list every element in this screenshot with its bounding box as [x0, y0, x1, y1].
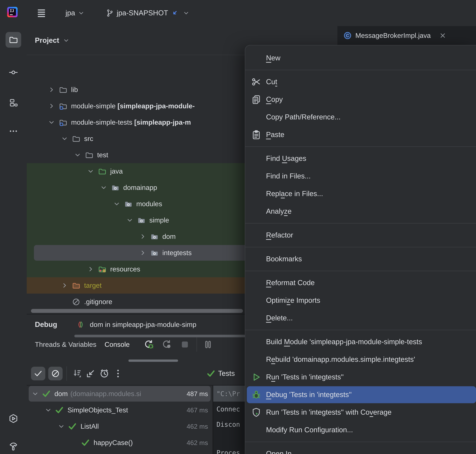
menu-item-find-usages[interactable]: Find Usages [245, 150, 476, 167]
excluded-folder-icon [72, 281, 81, 290]
tests-status-badge: Tests [206, 362, 235, 385]
menu-item-run-tests-in-integtests-with-coverage[interactable]: Run 'Tests in 'integtests'' with Coverag… [245, 404, 476, 421]
menu-item-bookmarks[interactable]: Bookmarks [245, 250, 476, 268]
tool-commit-button[interactable] [6, 65, 21, 80]
menu-item-cut[interactable]: Cut [245, 73, 476, 91]
editor-tab[interactable]: C MessageBrokerImpl.java [343, 26, 447, 45]
menu-item-optimize-imports[interactable]: Optimize Imports [245, 292, 476, 309]
menu-item-label: Copy Path/Reference... [266, 113, 341, 121]
test-passed-icon [81, 438, 90, 447]
tool-build-button[interactable] [6, 438, 21, 454]
import-icon[interactable] [85, 368, 96, 379]
chevron-down-icon[interactable] [126, 216, 134, 224]
chevron-right-icon[interactable] [61, 281, 68, 289]
chevron-down-icon[interactable] [48, 118, 55, 126]
tree-item-label: .gitignore [84, 298, 112, 306]
menu-item-label: Copy [266, 95, 283, 104]
active-session-tab-underline [74, 335, 245, 337]
test-row-simpleobjects-test[interactable]: SimpleObjects_Test467 ms [27, 402, 213, 418]
test-name: ListAll [81, 423, 99, 430]
menu-item-label: Run 'Tests in 'integtests'' [266, 373, 344, 381]
chevron-down-icon[interactable] [57, 423, 65, 430]
menu-item-run-tests-in-integtests-[interactable]: Run 'Tests in 'integtests'' [245, 368, 476, 386]
rerun-icon[interactable] [161, 339, 172, 350]
menu-item-copy-path-reference-[interactable]: Copy Path/Reference... [245, 108, 476, 126]
stop-icon[interactable] [179, 339, 190, 350]
chevron-down-icon[interactable] [87, 167, 95, 175]
debug-session-tab[interactable]: dom in simpleapp-jpa-module-simp [77, 320, 196, 329]
tree-item-label: src [84, 135, 93, 143]
tree-item-label: domainapp [123, 184, 157, 191]
tab-console[interactable]: Console [104, 340, 130, 348]
close-icon[interactable] [439, 32, 447, 39]
menu-item-delete-[interactable]: Delete... [245, 309, 476, 327]
chevron-down-icon[interactable] [61, 135, 68, 143]
paste-icon [251, 129, 261, 140]
menu-item-build-module-simpleapp-jpa-module-simple[interactable]: Build Module 'simpleapp-jpa-module-simpl… [245, 333, 476, 351]
menu-item-paste[interactable]: Paste [245, 126, 476, 144]
tree-item-label: simple [149, 216, 169, 224]
tool-project-button[interactable] [6, 32, 21, 48]
menu-item-label: Refactor [266, 231, 293, 239]
menu-item-modify-run-configuration-[interactable]: Modify Run Configuration... [245, 421, 476, 439]
menu-item-label: Paste [266, 130, 284, 139]
chevron-down-icon[interactable] [44, 406, 52, 414]
chevron-down-icon[interactable] [100, 184, 108, 191]
chevron-right-icon[interactable] [48, 102, 55, 110]
chevron-down-icon[interactable] [74, 151, 82, 159]
test-row-happycase-[interactable]: happyCase()462 ms [27, 435, 213, 451]
tab-threads-variables[interactable]: Threads & Variables [35, 340, 97, 348]
test-passed-icon [68, 422, 77, 431]
chevron-down-icon[interactable] [113, 200, 121, 208]
pause-icon[interactable] [202, 339, 213, 350]
tree-item-label: java [110, 167, 123, 175]
rerun-debug-icon[interactable] [143, 339, 154, 350]
menu-separator [245, 271, 476, 271]
horizontal-scrollbar[interactable] [31, 309, 243, 313]
menu-separator [245, 223, 476, 223]
show-passed-toggle[interactable] [31, 367, 45, 380]
menu-item-new[interactable]: New [245, 49, 476, 67]
kebab-menu-icon[interactable] [113, 368, 123, 379]
tool-services-button[interactable] [6, 411, 21, 426]
menu-item-replace-in-files-[interactable]: Replace in Files... [245, 185, 476, 203]
check-icon [33, 369, 43, 378]
project-widget[interactable]: jpa [66, 5, 85, 22]
test-duration: 487 ms [186, 390, 208, 398]
chevron-right-icon[interactable] [48, 86, 55, 94]
menu-item-label: Build Module 'simpleapp-jpa-module-simpl… [266, 338, 422, 346]
menu-item-refactor[interactable]: Refactor [245, 227, 476, 244]
test-row-dom[interactable]: dom(domainapp.modules.si487 ms [27, 386, 213, 402]
clock-icon[interactable] [99, 368, 110, 379]
menu-separator [245, 70, 476, 70]
junit-config-icon [77, 320, 86, 329]
package-folder-icon [137, 216, 146, 225]
tool-structure-button[interactable] [6, 95, 21, 111]
debug-bug-icon [251, 390, 261, 400]
menu-item-debug-tests-in-integtests-[interactable]: Debug 'Tests in 'integtests'' [245, 386, 476, 404]
chevron-right-icon[interactable] [87, 265, 95, 273]
menu-item-rebuild-domainapp-modules-simple-integte[interactable]: Rebuild 'domainapp.modules.simple.integt… [245, 351, 476, 368]
menu-item-copy[interactable]: Copy [245, 91, 476, 108]
main-menu-button[interactable] [37, 5, 46, 22]
show-ignored-toggle[interactable] [48, 367, 63, 380]
hamburger-icon [37, 8, 46, 18]
menu-item-find-in-files-[interactable]: Find in Files... [245, 167, 476, 185]
chevron-down-icon[interactable] [31, 390, 39, 398]
menu-item-analyze[interactable]: Analyze [245, 203, 476, 220]
editor-tab-bar: C MessageBrokerImpl.java [337, 26, 476, 47]
menu-separator [245, 247, 476, 247]
test-row-listall[interactable]: ListAll462 ms [27, 418, 213, 435]
tree-item-label: module-simple-tests [simpleapp-jpa-m [71, 118, 191, 126]
chevron-right-icon[interactable] [139, 249, 147, 257]
menu-item-open-in[interactable]: Open In [245, 445, 476, 454]
vcs-widget[interactable]: jpa-SNAPSHOT [106, 5, 190, 22]
tool-more-button[interactable] [6, 123, 21, 139]
test-duration: 462 ms [186, 423, 208, 430]
resources-folder-icon [98, 265, 107, 274]
chevron-down-icon [78, 9, 85, 17]
menu-item-label: Delete... [266, 314, 293, 322]
sort-icon[interactable] [72, 368, 82, 379]
menu-item-reformat-code[interactable]: Reformat Code [245, 274, 476, 292]
chevron-right-icon[interactable] [139, 233, 147, 240]
